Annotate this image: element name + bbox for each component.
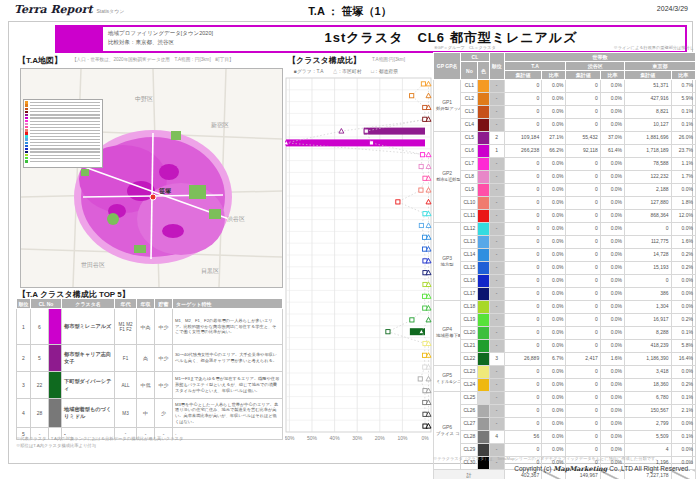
city-ratio: 0.0% bbox=[600, 431, 624, 444]
city-agg: 0 bbox=[566, 275, 600, 288]
cl-no: CL7 bbox=[461, 158, 478, 171]
ta-agg: 0 bbox=[504, 197, 541, 210]
th-color: 色 bbox=[478, 62, 489, 80]
legend-label-bar bbox=[30, 161, 101, 162]
cl-no: CL8 bbox=[461, 171, 478, 184]
cl-color-swatch bbox=[478, 210, 489, 223]
city-ratio: 0.0% bbox=[600, 288, 624, 301]
chart-heading: 【クラスタ構成比】 bbox=[288, 55, 361, 66]
report-date: 2024/3/29 bbox=[657, 5, 688, 12]
ta-ratio: 0.0% bbox=[542, 223, 566, 236]
svg-text:30%: 30% bbox=[352, 435, 363, 441]
legend-color-chip bbox=[25, 135, 28, 137]
top5-note-2: ※順位はT.A内クラスタ構成比率より付与 bbox=[16, 442, 183, 449]
cl-color-swatch bbox=[478, 106, 489, 119]
top5-header-row: 順位 CL No クラスタ名 年代 年収 貯蓄 ターゲット特性 bbox=[17, 299, 283, 309]
cluster-row-cl11: CL11-00.0%00.0%868,36412.0% bbox=[434, 210, 696, 223]
legend-color-chip bbox=[25, 117, 28, 119]
pref-agg: 122,232 bbox=[625, 171, 672, 184]
cluster-row-cl24: CL24-00.0%00.0%18,3600.2% bbox=[434, 379, 696, 392]
cl-rank: - bbox=[489, 275, 504, 288]
pref-ratio: 0.2% bbox=[671, 379, 695, 392]
ta-ratio: 0.0% bbox=[542, 431, 566, 444]
pref-agg: 127,880 bbox=[625, 197, 672, 210]
income: 高 bbox=[137, 345, 155, 372]
pref-ratio: 12.0% bbox=[671, 210, 695, 223]
ta-agg: 0 bbox=[504, 236, 541, 249]
cluster-name: 地域密着型ものづくりミドル bbox=[62, 399, 115, 428]
cl-color-swatch bbox=[478, 275, 489, 288]
cl-color-swatch bbox=[478, 158, 489, 171]
city-agg: 0 bbox=[566, 418, 600, 431]
city-agg: 0 bbox=[566, 340, 600, 353]
income: 中高 bbox=[137, 309, 155, 345]
cl-no: CL22 bbox=[461, 353, 478, 366]
cl-rank: - bbox=[489, 301, 504, 314]
age: M1 M2 F1 F2 bbox=[115, 309, 137, 345]
pref-ratio: 5.8% bbox=[671, 340, 695, 353]
cl-rank: - bbox=[489, 158, 504, 171]
city-ratio: 0.0% bbox=[600, 275, 624, 288]
cl-no: CL10 bbox=[461, 197, 478, 210]
ta-agg: 0 bbox=[504, 392, 541, 405]
legend-label-bar bbox=[30, 151, 101, 152]
ta-ratio: 27.1% bbox=[542, 132, 566, 145]
legend-color-chip bbox=[25, 120, 28, 122]
th-rank: 順位 bbox=[489, 53, 504, 80]
cluster-row-cl4: CL4-00.0%00.0%10,1270.1% bbox=[434, 119, 696, 132]
svg-text:20%: 20% bbox=[375, 435, 386, 441]
ta-ratio: 0.0% bbox=[542, 444, 566, 457]
map-section-note: 【人口・世帯数は、2020年国勢調査データ使用 T.A範囲：円[3km] 町丁目… bbox=[72, 57, 234, 62]
city-agg: 0 bbox=[566, 392, 600, 405]
city-agg: 0 bbox=[566, 197, 600, 210]
cl-no: 28 bbox=[31, 399, 49, 428]
legend-color-chip bbox=[25, 132, 28, 134]
cl-color-swatch bbox=[478, 197, 489, 210]
legend-label-bar bbox=[30, 136, 101, 137]
ta-ratio: 0.0% bbox=[542, 119, 566, 132]
pref-ratio: 0.0% bbox=[671, 184, 695, 197]
cl-rank: - bbox=[489, 327, 504, 340]
legend-label-bar bbox=[30, 102, 101, 103]
svg-text:10%: 10% bbox=[397, 435, 408, 441]
map-legend-item bbox=[24, 160, 102, 163]
ta-ratio: 0.0% bbox=[542, 197, 566, 210]
city-agg: 0 bbox=[566, 327, 600, 340]
legend-color-chip bbox=[25, 151, 28, 153]
ta-ratio: 0.0% bbox=[542, 275, 566, 288]
ta-agg: 0 bbox=[504, 379, 541, 392]
cl-color-swatch bbox=[478, 379, 489, 392]
cl-no: CL2 bbox=[461, 93, 478, 106]
total-label: 計 bbox=[434, 470, 505, 479]
city-ratio: 0.0% bbox=[600, 184, 624, 197]
comparison-label: 比較対象：東京都、渋谷区 bbox=[108, 38, 213, 47]
ta-agg: 109,184 bbox=[504, 132, 541, 145]
svg-text:中野区: 中野区 bbox=[135, 95, 153, 102]
pref-agg: 386 bbox=[625, 288, 672, 301]
ta-agg: 0 bbox=[504, 327, 541, 340]
cl-color-swatch bbox=[478, 340, 489, 353]
ta-agg: 0 bbox=[504, 210, 541, 223]
cl-no: CL3 bbox=[461, 106, 478, 119]
pref-ratio: 0.1% bbox=[671, 106, 695, 119]
cl-no: CL24 bbox=[461, 379, 478, 392]
pref-agg: 112,775 bbox=[625, 236, 672, 249]
cl-color-swatch bbox=[478, 418, 489, 431]
note-proration: ※ラインによる行政界の重複部分は按分し bbox=[614, 45, 694, 50]
city-ratio: 0.0% bbox=[600, 379, 624, 392]
pref-agg: 8,288 bbox=[625, 327, 672, 340]
th-no: No bbox=[461, 62, 478, 80]
cluster-row-cl8: CL8-00.0%00.0%122,2321.7% bbox=[434, 171, 696, 184]
legend-color-chip bbox=[25, 104, 28, 106]
copyright-prefix: Copyright (c) bbox=[514, 465, 553, 472]
ta-agg: 0 bbox=[504, 171, 541, 184]
pref-ratio: 1.6% bbox=[671, 236, 695, 249]
legend-label-bar bbox=[30, 111, 101, 112]
cl-color-swatch bbox=[478, 353, 489, 366]
ta-ratio: 0.0% bbox=[542, 392, 566, 405]
city-agg: 0 bbox=[566, 366, 600, 379]
city-ratio: 0.0% bbox=[600, 262, 624, 275]
cluster-name: 都市型キャリア志向女子 bbox=[62, 345, 115, 372]
city-ratio: 1.6% bbox=[600, 353, 624, 366]
ta-agg: 266,238 bbox=[504, 145, 541, 158]
